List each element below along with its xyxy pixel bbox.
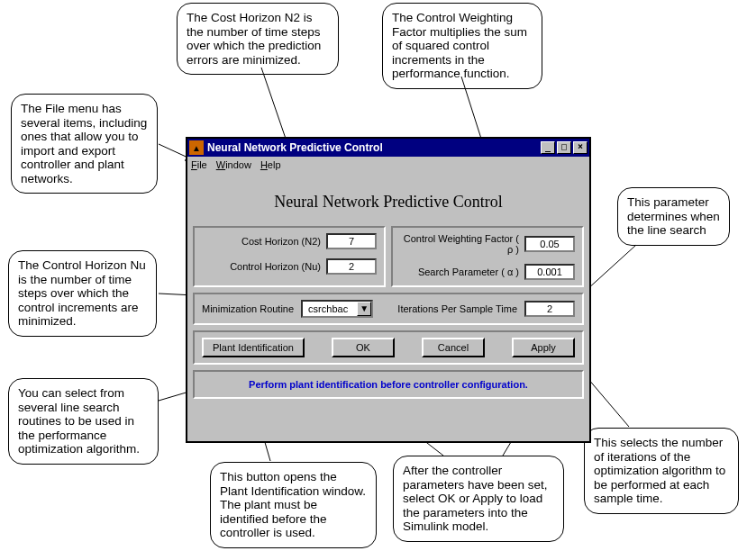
page-title: Neural Network Predictive Control bbox=[187, 173, 589, 226]
status-message: Perform plant identification before cont… bbox=[193, 370, 584, 399]
menu-file[interactable]: File bbox=[191, 159, 207, 170]
callout-n2: The Cost Horizon N2 is the number of tim… bbox=[177, 3, 339, 75]
callout-alpha: This parameter determines when the line … bbox=[617, 187, 730, 246]
weighting-panel: Control Weighting Factor ( ρ ) Search Pa… bbox=[391, 226, 584, 287]
label-nu: Control Horizon (Nu) bbox=[202, 261, 321, 272]
label-routine: Minimization Routine bbox=[202, 303, 294, 314]
horizon-panel: Cost Horizon (N2) Control Horizon (Nu) bbox=[193, 226, 386, 287]
close-button[interactable]: × bbox=[573, 141, 588, 154]
matlab-icon: ▲ bbox=[189, 140, 204, 155]
label-alpha: Search Parameter ( α ) bbox=[400, 266, 519, 277]
label-n2: Cost Horizon (N2) bbox=[202, 236, 321, 247]
cancel-button[interactable]: Cancel bbox=[422, 338, 485, 357]
menu-help[interactable]: Help bbox=[260, 159, 281, 170]
button-row: Plant Identification OK Cancel Apply bbox=[193, 330, 584, 365]
ok-button[interactable]: OK bbox=[332, 338, 395, 357]
label-iter: Iterations Per Sample Time bbox=[397, 303, 517, 314]
callout-rho: The Control Weighting Factor multiplies … bbox=[382, 3, 542, 89]
input-rho[interactable] bbox=[524, 236, 575, 252]
app-window: ▲ Neural Network Predictive Control _ □ … bbox=[186, 137, 591, 443]
input-n2[interactable] bbox=[326, 233, 377, 249]
input-alpha[interactable] bbox=[524, 264, 575, 280]
input-iter[interactable] bbox=[524, 301, 575, 317]
chevron-down-icon: ▼ bbox=[357, 302, 371, 316]
window-title: Neural Network Predictive Control bbox=[207, 141, 383, 154]
menubar: File Window Help bbox=[187, 157, 589, 173]
maximize-button[interactable]: □ bbox=[557, 141, 571, 154]
callout-iter: This selects the number of iterations of… bbox=[584, 428, 739, 514]
titlebar: ▲ Neural Network Predictive Control _ □ … bbox=[187, 139, 589, 157]
callout-plant: This button opens the Plant Identificati… bbox=[210, 462, 377, 548]
callout-file: The File menu has several items, includi… bbox=[11, 94, 158, 194]
input-nu[interactable] bbox=[326, 258, 377, 275]
routine-panel: Minimization Routine csrchbac ▼ Iteratio… bbox=[193, 293, 584, 325]
callout-nu: The Control Horizon Nu is the number of … bbox=[8, 250, 157, 337]
callout-search: You can select from several line search … bbox=[8, 378, 159, 465]
plant-identification-button[interactable]: Plant Identification bbox=[202, 338, 305, 357]
apply-button[interactable]: Apply bbox=[512, 338, 575, 357]
dropdown-routine[interactable]: csrchbac ▼ bbox=[301, 300, 373, 318]
callout-okapply: After the controller parameters have bee… bbox=[393, 456, 564, 542]
minimize-button[interactable]: _ bbox=[541, 141, 555, 154]
dropdown-routine-value: csrchbac bbox=[303, 303, 357, 314]
menu-window[interactable]: Window bbox=[216, 159, 251, 170]
label-rho: Control Weighting Factor ( ρ ) bbox=[400, 233, 519, 255]
